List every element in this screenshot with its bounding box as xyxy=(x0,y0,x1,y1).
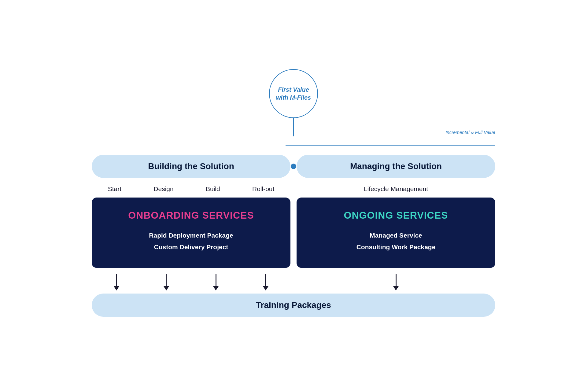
managing-arrows xyxy=(297,271,495,290)
phase-rollout: Roll-out xyxy=(252,185,274,193)
arrow-shaft-5 xyxy=(396,274,397,286)
section-headers-wrapper: Building the Solution Managing the Solut… xyxy=(92,155,495,178)
arrow-3 xyxy=(213,274,219,290)
ongoing-service-box: ONGOING SERVICES Managed Service Consult… xyxy=(297,198,495,268)
building-header-box: Building the Solution xyxy=(92,155,290,178)
center-dot xyxy=(291,164,296,169)
vertical-connector-line xyxy=(293,118,294,136)
first-value-circle: First Value with M-Files xyxy=(269,69,318,118)
phase-lifecycle: Lifecycle Management xyxy=(364,185,428,193)
ongoing-title: ONGOING SERVICES xyxy=(344,210,448,221)
training-label: Training Packages xyxy=(256,300,331,310)
arrow-head-1 xyxy=(114,286,119,290)
building-header-text: Building the Solution xyxy=(148,161,234,171)
ongoing-item-2: Consulting Work Package xyxy=(356,241,436,253)
arrow-2 xyxy=(164,274,169,290)
arrow-4 xyxy=(263,274,268,290)
arrow-shaft-3 xyxy=(216,274,216,286)
incremental-label: Incremental & Full Value xyxy=(445,130,495,135)
onboarding-item-1: Rapid Deployment Package xyxy=(149,230,233,241)
arrow-shaft-2 xyxy=(166,274,167,286)
incremental-area: Incremental & Full Value xyxy=(92,136,495,146)
arrows-row xyxy=(92,271,495,290)
phase-start: Start xyxy=(108,185,121,193)
arrow-head-3 xyxy=(213,286,219,290)
managing-header-text: Managing the Solution xyxy=(350,161,442,171)
service-boxes-row: ONBOARDING SERVICES Rapid Deployment Pac… xyxy=(92,198,495,268)
ongoing-item-1: Managed Service xyxy=(370,230,422,241)
onboarding-service-box: ONBOARDING SERVICES Rapid Deployment Pac… xyxy=(92,198,290,268)
diagram-container: First Value with M-Files Incremental & F… xyxy=(79,63,508,329)
top-section: First Value with M-Files xyxy=(92,69,495,136)
arrow-shaft-4 xyxy=(265,274,266,286)
phase-labels-row: Start Design Build Roll-out Lifecycle Ma… xyxy=(92,185,495,193)
training-row: Training Packages xyxy=(92,294,495,317)
onboarding-item-2: Custom Delivery Project xyxy=(154,241,228,253)
arrow-shaft-1 xyxy=(116,274,117,286)
first-value-text: First Value with M-Files xyxy=(276,86,311,102)
phase-design: Design xyxy=(153,185,173,193)
arrow-head-4 xyxy=(263,286,268,290)
arrow-1 xyxy=(114,274,119,290)
building-phase-labels: Start Design Build Roll-out xyxy=(92,185,290,193)
horizontal-line xyxy=(286,145,495,146)
onboarding-title: ONBOARDING SERVICES xyxy=(128,210,254,221)
managing-phase-labels: Lifecycle Management xyxy=(297,185,495,193)
arrow-5 xyxy=(393,274,399,290)
arrow-head-5 xyxy=(393,286,399,290)
training-box: Training Packages xyxy=(92,294,495,317)
phase-build: Build xyxy=(206,185,220,193)
arrow-head-2 xyxy=(164,286,169,290)
managing-header-box: Managing the Solution xyxy=(297,155,495,178)
building-arrows xyxy=(92,271,290,290)
